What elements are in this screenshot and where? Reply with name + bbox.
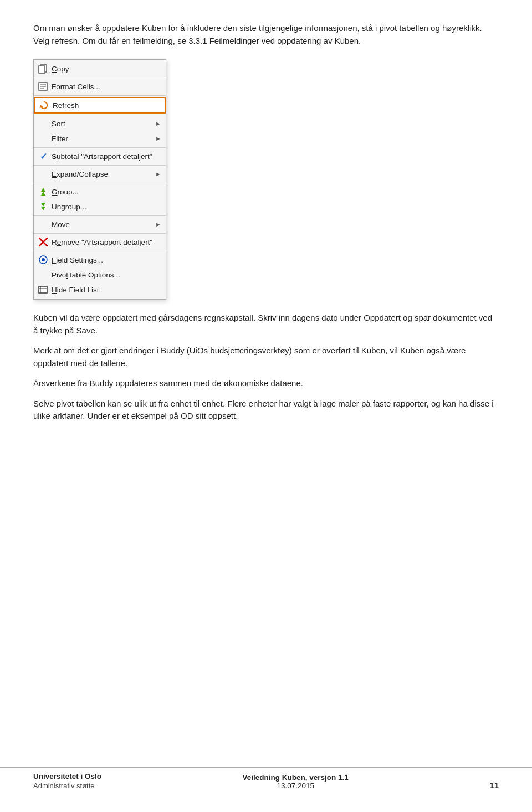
footer-university: Universitetet i Oslo [33,772,101,780]
group-icon [37,186,49,197]
menu-item-subtotal[interactable]: ✓ Subtotal "Artsrapport detaljert" [34,149,166,164]
refresh-icon [38,100,50,111]
svg-marker-10 [41,203,45,207]
footer-center: Veiledning Kuben, versjon 1.1 13.07.2015 [243,773,349,790]
menu-item-pivot-options[interactable]: PivotTable Options... [34,268,166,282]
menu-item-copy[interactable]: Copy [34,61,166,76]
format-cells-label: Format Cells... [52,83,161,91]
svg-rect-15 [39,286,47,293]
filter-icon [37,133,49,144]
divider [34,215,166,216]
ungroup-icon [37,201,49,212]
divider [34,183,166,183]
intro-paragraph: Om man ønsker å oppdatere Kuben for å in… [33,22,499,47]
move-label: Move [52,220,155,229]
footer-date: 13.07.2015 [243,782,349,790]
divider [34,95,166,96]
divider [34,251,166,251]
divider [34,165,166,166]
menu-item-ungroup[interactable]: Ungroup... [34,199,166,214]
svg-marker-9 [41,207,45,210]
subtotal-label: Subtotal "Artsrapport detaljert" [52,152,161,161]
copy-label: Copy [52,65,161,73]
divider [34,147,166,148]
menu-item-format-cells[interactable]: Format Cells... [34,79,166,94]
menu-item-group[interactable]: Group... [34,184,166,199]
sort-arrow: ► [155,120,161,127]
divider [34,78,166,78]
remove-label: Remove "Artsrapport detaljert" [52,238,161,246]
pivot-options-icon [37,269,49,280]
paragraph-3: Merk at om det er gjort endringer i Budd… [33,345,499,369]
pivot-options-label: PivotTable Options... [52,271,161,279]
expand-collapse-label: Expand/Collapse [52,170,155,178]
svg-point-14 [42,258,45,261]
move-arrow: ► [155,221,161,228]
menu-item-refresh[interactable]: Refresh [34,97,166,114]
divider [34,115,166,115]
footer-page-number: 11 [489,780,499,790]
field-settings-label: Field Settings... [52,256,161,264]
menu-item-move[interactable]: Move ► [34,217,166,232]
svg-marker-8 [41,192,45,196]
hide-field-list-icon [37,284,49,295]
footer-doc-title: Veiledning Kuben, versjon 1.1 [243,773,349,782]
divider [34,233,166,234]
filter-label: Filter [52,135,155,143]
footer-department: Administrativ støtte [33,782,101,790]
sort-label: Sort [52,120,155,128]
context-menu[interactable]: Copy Format Cells... [33,59,166,300]
menu-item-filter[interactable]: Filter ► [34,131,166,146]
menu-item-field-settings[interactable]: Field Settings... [34,253,166,268]
expand-collapse-icon [37,168,49,179]
refresh-label: Refresh [53,101,160,110]
filter-arrow: ► [155,135,161,142]
expand-collapse-arrow: ► [155,171,161,177]
menu-item-sort[interactable]: Sort ► [34,116,166,131]
remove-icon [37,237,49,248]
paragraph-5: Selve pivot tabellen kan se ulik ut fra … [33,398,499,423]
main-content: Om man ønsker å oppdatere Kuben for å in… [33,22,499,423]
context-menu-wrapper: Copy Format Cells... [33,59,499,300]
paragraph-4: Årsverkene fra Buddy oppdateres sammen m… [33,377,499,390]
svg-rect-1 [39,66,45,73]
menu-item-hide-field-list[interactable]: Hide Field List [34,282,166,297]
menu-item-remove[interactable]: Remove "Artsrapport detaljert" [34,235,166,250]
move-icon [37,219,49,230]
paragraph-2: Kuben vil da være oppdatert med gårsdage… [33,312,499,337]
svg-marker-7 [41,188,45,192]
menu-item-expand-collapse[interactable]: Expand/Collapse ► [34,167,166,182]
group-label: Group... [52,188,161,196]
footer-left: Universitetet i Oslo Administrativ støtt… [33,772,101,790]
hide-field-list-label: Hide Field List [52,286,161,294]
footer: Universitetet i Oslo Administrativ støtt… [0,767,532,790]
check-icon: ✓ [37,151,49,162]
format-cells-icon [37,81,49,92]
field-settings-icon [37,254,49,265]
copy-icon [37,63,49,74]
sort-icon [37,118,49,129]
svg-marker-6 [39,104,43,108]
ungroup-label: Ungroup... [52,203,161,211]
